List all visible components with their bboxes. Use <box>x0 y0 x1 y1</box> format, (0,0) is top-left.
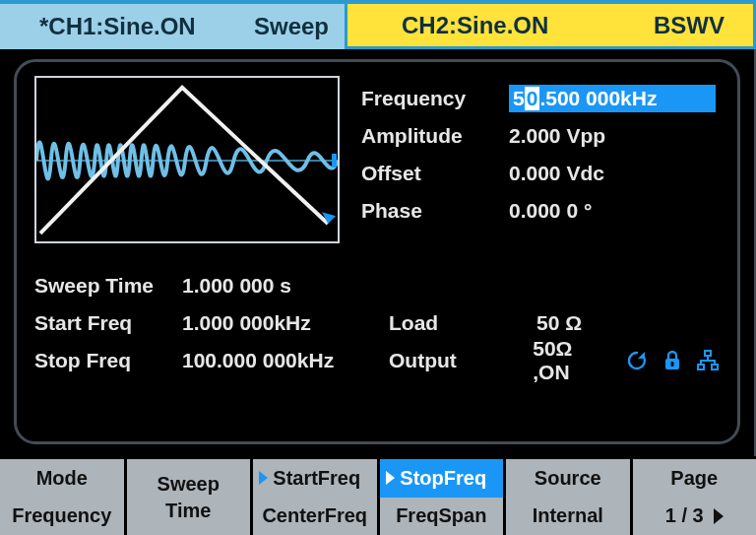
sweep-time-row[interactable]: Sweep Time 1.000 000 s <box>34 267 389 304</box>
waveform-preview <box>34 76 340 243</box>
channel2-label: CH2:Sine.ON <box>347 12 625 39</box>
sweep-time-label: Sweep Time <box>34 274 182 298</box>
param-offset-label: Offset <box>361 162 509 185</box>
network-icon <box>696 349 720 372</box>
output-row[interactable]: Output 50Ω ,ON <box>389 342 720 379</box>
page-next-icon <box>714 508 724 524</box>
marker-icon <box>386 471 395 485</box>
svg-rect-8 <box>712 365 718 369</box>
main-body: Frequency 50.500 000kHz Amplitude 2.000 … <box>0 49 756 456</box>
svg-rect-5 <box>671 362 674 367</box>
sweep-time-value: 1.000 000 s <box>182 274 291 298</box>
softkey-page[interactable]: Page 1 / 3 <box>633 459 757 535</box>
softkey-source-top[interactable]: Source <box>506 459 630 498</box>
sweep-settings: Sweep Time 1.000 000 s Start Freq 1.000 … <box>34 267 389 379</box>
refresh-icon <box>625 349 649 372</box>
param-amplitude-value: 2.000 Vpp <box>509 124 605 148</box>
load-label: Load <box>389 311 536 335</box>
marker-icon <box>259 471 268 485</box>
frequency-cursor-digit[interactable]: 0 <box>525 87 540 110</box>
frequency-prefix: 5 <box>513 87 525 110</box>
softkey-stopfreq-top-label: StopFreq <box>400 467 486 490</box>
softkey-page-top: Page <box>633 459 757 498</box>
param-frequency[interactable]: Frequency 50.500 000kHz <box>361 80 720 117</box>
frequency-suffix: .500 000kHz <box>539 87 657 110</box>
channel1-mode: Sweep <box>254 13 345 40</box>
softkey-centerfreq-bottom[interactable]: CenterFreq <box>253 498 377 536</box>
stop-freq-label: Stop Freq <box>34 349 182 372</box>
softkey-page-bottom[interactable]: 1 / 3 <box>633 498 757 536</box>
load-value: 50 Ω <box>536 311 582 335</box>
channel1-label: *CH1:Sine.ON <box>39 13 254 40</box>
start-freq-row[interactable]: Start Freq 1.000 000kHz <box>34 304 389 342</box>
softkey-bar: Mode Frequency Sweep Time StartFreq Cent… <box>0 456 756 535</box>
panel-bottom: Sweep Time 1.000 000 s Start Freq 1.000 … <box>34 267 720 379</box>
svg-rect-2 <box>332 154 337 167</box>
softkey-mode-top[interactable]: Mode <box>0 459 124 498</box>
softkey-sweep-time[interactable]: Sweep Time <box>127 459 254 535</box>
softkey-sweep-top: Sweep <box>127 459 251 498</box>
start-freq-value: 1.000 000kHz <box>182 311 311 335</box>
softkey-freqspan-bottom[interactable]: FreqSpan <box>380 498 504 536</box>
softkey-source[interactable]: Source Internal <box>506 459 633 535</box>
param-offset[interactable]: Offset 0.000 Vdc <box>361 155 720 192</box>
svg-marker-3 <box>638 352 645 359</box>
softkey-startfreq[interactable]: StartFreq CenterFreq <box>253 459 380 535</box>
param-amplitude[interactable]: Amplitude 2.000 Vpp <box>361 117 720 155</box>
main-panel: Frequency 50.500 000kHz Amplitude 2.000 … <box>14 59 740 444</box>
frequency-input[interactable]: 50.500 000kHz <box>509 85 716 112</box>
stop-freq-value: 100.000 000kHz <box>182 349 334 372</box>
param-phase-label: Phase <box>361 199 509 223</box>
softkey-mode[interactable]: Mode Frequency <box>0 459 127 535</box>
carrier-params: Frequency 50.500 000kHz Amplitude 2.000 … <box>361 76 720 243</box>
svg-rect-6 <box>705 351 711 356</box>
output-label: Output <box>389 349 523 372</box>
param-phase[interactable]: Phase 0.000 0 ° <box>361 192 720 230</box>
softkey-startfreq-top-label: StartFreq <box>273 467 360 490</box>
softkey-mode-bottom[interactable]: Frequency <box>0 498 124 536</box>
softkey-stopfreq-top[interactable]: StopFreq <box>380 459 504 498</box>
lock-icon <box>661 349 684 372</box>
param-offset-value: 0.000 Vdc <box>509 162 604 185</box>
softkey-page-value: 1 / 3 <box>665 504 704 527</box>
param-frequency-label: Frequency <box>361 87 509 110</box>
softkey-startfreq-top[interactable]: StartFreq <box>253 459 377 498</box>
stop-freq-row[interactable]: Stop Freq 100.000 000kHz <box>34 342 389 379</box>
softkey-stopfreq[interactable]: StopFreq FreqSpan <box>380 459 507 535</box>
output-value: 50Ω ,ON <box>533 337 607 384</box>
channel2-tab[interactable]: CH2:Sine.ON BSWV <box>345 4 756 49</box>
param-phase-value: 0.000 0 ° <box>509 199 592 223</box>
status-icons <box>625 349 720 372</box>
softkey-sweep-bottom: Time <box>127 498 251 536</box>
start-freq-label: Start Freq <box>34 311 182 335</box>
svg-rect-7 <box>698 365 704 369</box>
header-right-tag: BSWV <box>625 12 753 39</box>
header-bar: *CH1:Sine.ON Sweep CH2:Sine.ON BSWV <box>0 0 756 49</box>
output-settings: Load 50 Ω Output 50Ω ,ON <box>389 267 720 379</box>
channel1-tab[interactable]: *CH1:Sine.ON Sweep <box>0 4 345 49</box>
instrument-screen: *CH1:Sine.ON Sweep CH2:Sine.ON BSWV <box>0 0 756 535</box>
param-amplitude-label: Amplitude <box>361 124 509 148</box>
panel-top: Frequency 50.500 000kHz Amplitude 2.000 … <box>34 76 720 243</box>
softkey-source-bottom[interactable]: Internal <box>506 498 630 536</box>
